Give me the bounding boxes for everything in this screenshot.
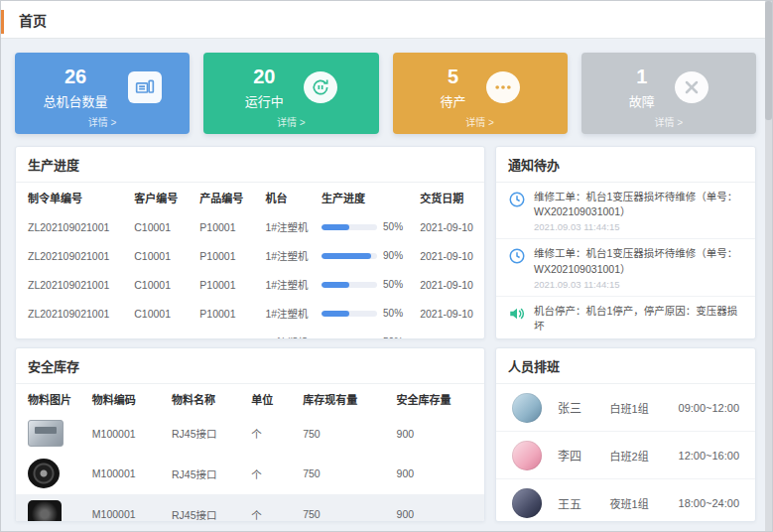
cell-date: 2021-09-10 [414, 212, 484, 241]
notification-time: 2021.09.03 11:44:15 [534, 335, 743, 339]
avatar [512, 393, 542, 423]
cell-date: 2021-09-10 [414, 299, 484, 328]
person-shift: 白班2组 [610, 448, 679, 464]
detail-link-fault[interactable]: 详情 > [581, 114, 756, 129]
table-header-row: 物料图片 物料编码 物料名称 单位 库存现有量 安全库存量 [16, 384, 484, 414]
cell-stock: 750 [297, 453, 390, 494]
detail-link-running[interactable]: 详情 > [203, 114, 378, 129]
stat-value-fault: 1 [629, 66, 655, 88]
clock-icon [508, 247, 526, 265]
progress-label: 50% [383, 336, 403, 339]
person-time: 12:00~16:00 [679, 450, 739, 462]
cell-machine: 1#注塑机 [259, 328, 316, 339]
col-stock: 库存现有量 [297, 384, 390, 414]
cell-progress: 50% [316, 299, 414, 328]
cell-machine: 1#注塑机 [259, 299, 316, 328]
notification-item[interactable]: 维修工单：机台1变压器损坏待维修（单号：WX202109031001） 2021… [496, 239, 755, 296]
material-image-speaker-round [28, 459, 60, 488]
stat-cards-row: 26 总机台数量 详情 > 20 运行中 详情 > [15, 53, 756, 134]
detail-link-total[interactable]: 详情 > [15, 114, 190, 129]
cell-order: ZL202109021001 [16, 299, 128, 328]
material-image-speaker [28, 500, 62, 522]
col-unit: 单位 [245, 384, 297, 414]
stat-label-total: 总机台数量 [44, 91, 108, 110]
cell-product: P10001 [193, 241, 259, 270]
cell-unit: 个 [245, 494, 297, 522]
panel-title-production: 生产进度 [16, 147, 484, 183]
cell-safety: 900 [391, 453, 484, 494]
table-row: ZL202109021001 C10001 P10001 1#注塑机 50% 2… [16, 328, 484, 339]
material-image-rj45 [28, 420, 64, 447]
col-date: 交货日期 [414, 183, 484, 212]
cell-stock: 750 [297, 494, 390, 522]
page-header: 首页 [1, 1, 772, 39]
cell-safety: 900 [391, 414, 484, 453]
cell-image [16, 414, 86, 453]
cell-safety: 900 [391, 494, 484, 522]
avatar [512, 488, 542, 518]
panel-title-notifications: 通知待办 [496, 147, 755, 183]
person-name: 王五 [558, 495, 610, 512]
safety-inventory-panel: 安全库存 物料图片 物料编码 物料名称 单位 库存现有量 安全库存量 [15, 347, 485, 522]
notification-item[interactable]: 维修工单：机台1变压器损坏待维修（单号：WX202109031001） 2021… [496, 183, 755, 239]
edge-accent [1, 10, 4, 34]
stat-card-waiting[interactable]: 5 待产 详情 > [393, 53, 568, 134]
table-row: ZL202109021001 C10001 P10001 1#注塑机 50% 2… [16, 299, 484, 328]
stat-card-fault[interactable]: 1 故障 详情 > [581, 53, 756, 134]
progress-label: 90% [383, 250, 403, 261]
notification-item[interactable]: 机台停产：机台1停产，停产原因：变压器损坏 2021.09.03 11:44:1… [496, 297, 755, 339]
detail-link-waiting[interactable]: 详情 > [393, 114, 568, 129]
panel-title-inventory: 安全库存 [16, 348, 484, 384]
stat-card-running[interactable]: 20 运行中 详情 > [203, 53, 378, 134]
person-shift: 白班1组 [610, 400, 679, 416]
cell-date: 2021-09-10 [414, 270, 484, 299]
col-code: 物料编码 [86, 384, 166, 414]
cell-progress: 90% [316, 241, 414, 270]
progress-bar [322, 282, 377, 288]
schedule-row: 李四 白班2组 12:00~16:00 [496, 432, 755, 479]
col-safety: 安全库存量 [391, 384, 484, 414]
table-header-row: 制令单编号 客户编号 产品编号 机台 生产进度 交货日期 [16, 183, 484, 212]
cell-product: P10001 [193, 328, 259, 339]
col-image: 物料图片 [16, 384, 86, 414]
progress-label: 50% [383, 221, 403, 232]
cell-name: RJ45接口 [166, 453, 245, 494]
cell-progress: 50% [316, 328, 414, 339]
cell-customer: C10001 [128, 212, 193, 241]
stat-value-waiting: 5 [441, 66, 466, 88]
cell-code: M100001 [86, 453, 166, 494]
cell-order: ZL202109021001 [16, 241, 128, 270]
person-name: 张三 [558, 399, 610, 416]
running-icon [304, 71, 337, 103]
cell-stock: 750 [297, 414, 390, 453]
cell-unit: 个 [245, 453, 297, 494]
person-name: 李四 [558, 447, 610, 464]
col-progress: 生产进度 [316, 183, 414, 212]
cell-image [16, 494, 86, 522]
personnel-schedule-panel: 人员排班 张三 白班1组 09:00~12:00 李四 白班2组 12:00~1… [495, 347, 756, 522]
waiting-icon [486, 71, 520, 103]
cell-name: RJ45接口 [166, 414, 245, 453]
cell-unit: 个 [245, 414, 297, 453]
scrollbar[interactable] [765, 1, 772, 531]
avatar [512, 441, 542, 470]
cell-customer: C10001 [128, 328, 193, 339]
scrollbar-thumb[interactable] [765, 1, 772, 120]
stat-label-running: 运行中 [245, 91, 284, 110]
progress-bar [322, 224, 377, 230]
progress-label: 50% [383, 279, 403, 290]
notification-time: 2021.09.03 11:44:15 [534, 279, 743, 290]
person-shift: 夜班1组 [610, 495, 679, 511]
cell-image [16, 453, 86, 494]
stat-card-total-machines[interactable]: 26 总机台数量 详情 > [15, 53, 190, 134]
cell-product: P10001 [193, 212, 259, 241]
progress-label: 50% [383, 308, 403, 319]
speaker-icon [508, 305, 526, 323]
cell-order: ZL202109021001 [16, 270, 128, 299]
panels-grid: 生产进度 制令单编号 客户编号 产品编号 机台 生产进度 交货日期 ZL2021 [15, 146, 756, 522]
inventory-table: 物料图片 物料编码 物料名称 单位 库存现有量 安全库存量 M100001 RJ… [16, 384, 484, 522]
cell-date: 2021-09-10 [414, 241, 484, 270]
table-row: M100001 RJ45接口 个 750 900 [16, 453, 484, 494]
col-name: 物料名称 [166, 384, 245, 414]
stat-label-fault: 故障 [629, 91, 655, 110]
